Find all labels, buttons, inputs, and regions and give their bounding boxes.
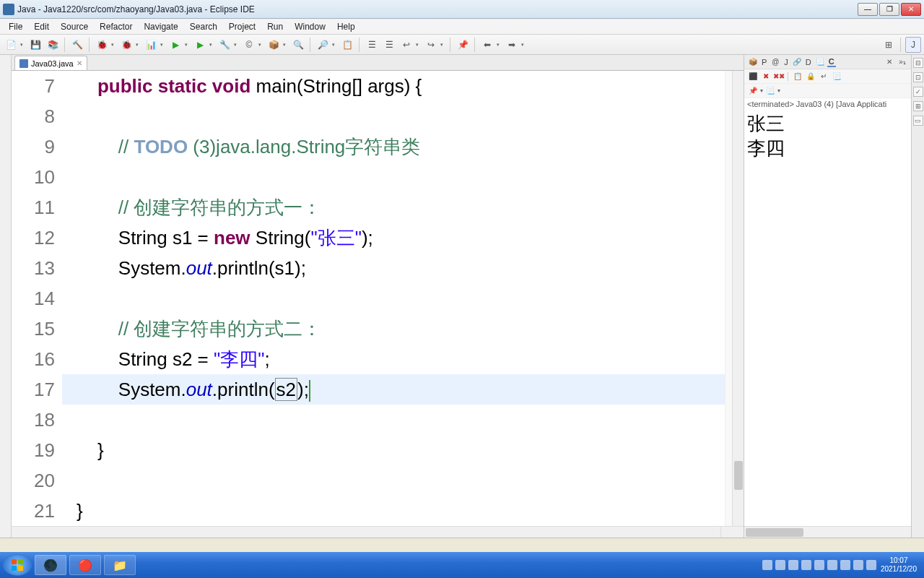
new-class-button[interactable]: © <box>241 37 257 53</box>
menu-navigate[interactable]: Navigate <box>138 20 183 33</box>
minimize-view-button[interactable]: ⊟ <box>913 58 923 68</box>
code-line-8[interactable] <box>62 101 725 131</box>
code-line-16[interactable]: String s2 = "李四"; <box>62 344 725 374</box>
tray-icon[interactable] <box>840 560 850 570</box>
run-button[interactable]: ▶ <box>167 37 183 53</box>
code-line-18[interactable] <box>62 405 725 435</box>
pin-editor-button[interactable]: 📌 <box>455 37 471 53</box>
forward-nav-button[interactable]: ☰ <box>381 37 397 53</box>
editor-tab-java03[interactable]: Java03.java ✕ <box>14 56 87 70</box>
code-line-13[interactable]: System.out.println(s1); <box>62 253 725 283</box>
toggle-breadcrumb-button[interactable]: 📋 <box>339 37 355 53</box>
scroll-thumb[interactable] <box>734 461 743 490</box>
editor-horizontal-scrollbar[interactable] <box>12 526 744 538</box>
menu-search[interactable]: Search <box>184 20 223 33</box>
debug-dropdown[interactable]: ▾ <box>111 37 117 53</box>
code-line-14[interactable] <box>62 283 725 314</box>
declaration-view-icon[interactable]: ▭ <box>913 116 923 126</box>
view-tab-label[interactable]: C <box>827 57 836 67</box>
start-button[interactable] <box>3 554 32 576</box>
tray-icon[interactable] <box>801 560 811 570</box>
search-button[interactable]: 🔎 <box>315 37 331 53</box>
code-line-10[interactable] <box>62 162 725 192</box>
external-tools-button[interactable]: 🔧 <box>217 37 232 53</box>
tray-icons[interactable] <box>762 560 876 570</box>
debug-button[interactable]: 🐞 <box>94 37 110 53</box>
tab-close-button[interactable]: ✕ <box>77 59 82 67</box>
menu-project[interactable]: Project <box>223 20 261 33</box>
remove-all-button[interactable]: ✖✖ <box>773 71 785 82</box>
menu-file[interactable]: File <box>3 20 28 33</box>
view-tab-icon[interactable]: 📦 <box>747 56 759 68</box>
pin-console-button[interactable]: 📌 <box>747 85 759 97</box>
tray-icon[interactable] <box>762 560 772 570</box>
nav-back-button[interactable]: ⬅ <box>479 37 495 53</box>
maximize-button[interactable]: ❐ <box>879 3 899 16</box>
back-nav-button[interactable]: ☰ <box>364 37 380 53</box>
new-button[interactable]: 📄 <box>3 37 19 53</box>
show-console-button[interactable]: 📃 <box>831 71 842 82</box>
display-console-button[interactable]: 📃 <box>764 85 776 97</box>
new-package-button[interactable]: 📦 <box>266 37 282 53</box>
view-tab-label[interactable]: P <box>760 58 768 66</box>
tray-icon[interactable] <box>788 560 798 570</box>
task-list-icon[interactable]: ✓ <box>913 87 923 97</box>
debug-config-button[interactable]: 🐞 <box>118 37 134 53</box>
tray-icon[interactable] <box>827 560 837 570</box>
word-wrap-button[interactable]: ↵ <box>818 71 829 82</box>
network-icon[interactable] <box>866 560 876 570</box>
minimize-button[interactable]: — <box>858 3 878 16</box>
menu-edit[interactable]: Edit <box>28 20 55 33</box>
clear-console-button[interactable]: 📋 <box>792 71 803 82</box>
code-line-20[interactable] <box>62 465 725 496</box>
run-last-button[interactable]: ▶ <box>192 37 208 53</box>
code-line-12[interactable]: String s1 = new String("张三"); <box>62 223 725 253</box>
view-tab-icon[interactable]: 🔗 <box>791 56 803 68</box>
menu-window[interactable]: Window <box>289 20 331 33</box>
console-horizontal-scrollbar[interactable] <box>744 526 911 538</box>
run-dropdown[interactable]: ▾ <box>185 37 191 53</box>
next-annotation-button[interactable]: ↪ <box>423 37 439 53</box>
clock[interactable]: 10:07 2021/12/20 <box>881 556 917 574</box>
console-output[interactable]: 张三李四 <box>744 110 911 526</box>
editor-body[interactable]: 789101112131415161718192021 public stati… <box>12 71 744 526</box>
tray-icon[interactable] <box>775 560 785 570</box>
view-tab-label[interactable]: J <box>783 58 790 66</box>
code-line-11[interactable]: // 创建字符串的方式一： <box>62 192 725 223</box>
taskbar-explorer-button[interactable]: 📁 <box>104 555 136 575</box>
save-all-button[interactable]: 📚 <box>45 37 61 53</box>
outline-view-icon[interactable]: ⊡ <box>913 72 923 82</box>
problems-view-icon[interactable]: ⊞ <box>913 101 923 111</box>
volume-icon[interactable] <box>853 560 863 570</box>
taskbar-record-button[interactable]: 🔴 <box>69 555 101 575</box>
coverage-button[interactable]: 📊 <box>143 37 159 53</box>
menu-source[interactable]: Source <box>55 20 94 33</box>
new-dropdown[interactable]: ▾ <box>20 37 26 53</box>
java-perspective-button[interactable]: J <box>905 37 921 53</box>
menu-help[interactable]: Help <box>331 20 361 33</box>
open-type-button[interactable]: 🔍 <box>290 37 306 53</box>
menu-refactor[interactable]: Refactor <box>94 20 138 33</box>
build-button[interactable]: 🔨 <box>69 37 85 53</box>
prev-annotation-button[interactable]: ↩ <box>398 37 414 53</box>
scroll-lock-button[interactable]: 🔒 <box>805 71 816 82</box>
nav-forward-button[interactable]: ➡ <box>504 37 520 53</box>
editor-vertical-scrollbar[interactable] <box>732 71 744 526</box>
code-line-7[interactable]: public static void main(String[] args) { <box>62 71 725 101</box>
code-line-19[interactable]: } <box>62 435 725 465</box>
view-tab-icon[interactable]: @ <box>770 56 781 68</box>
view-tab-label[interactable]: D <box>804 58 813 66</box>
close-view-button[interactable]: ✕ <box>884 56 895 68</box>
open-perspective-button[interactable]: ⊞ <box>881 37 897 53</box>
code-line-21[interactable]: } <box>62 496 725 526</box>
terminate-button[interactable]: ⬛ <box>747 71 759 82</box>
code-line-15[interactable]: // 创建字符串的方式二： <box>62 314 725 344</box>
more-views-button[interactable]: »₁ <box>897 56 908 68</box>
close-button[interactable]: ✕ <box>901 3 921 16</box>
code-line-9[interactable]: // TODO (3)java.lang.String字符串类 <box>62 131 725 162</box>
save-button[interactable]: 💾 <box>27 37 43 53</box>
view-tab-icon[interactable]: 📃 <box>814 56 826 68</box>
code-area[interactable]: public static void main(String[] args) {… <box>62 71 725 526</box>
taskbar-eclipse-button[interactable]: 🌑 <box>35 555 66 575</box>
menu-run[interactable]: Run <box>261 20 289 33</box>
